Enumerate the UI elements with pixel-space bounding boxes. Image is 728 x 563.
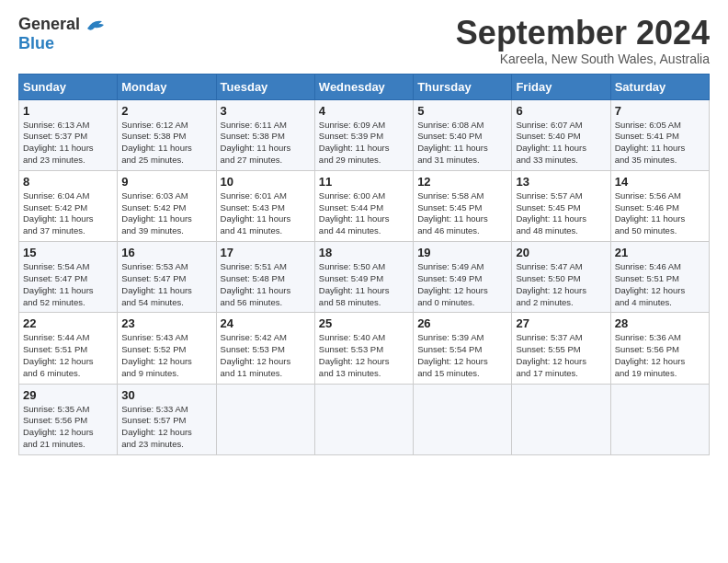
day-number: 19 <box>417 246 507 259</box>
day-info: Sunrise: 6:13 AMSunset: 5:37 PMDaylight:… <box>23 120 113 167</box>
day-number: 20 <box>516 246 606 259</box>
day-number: 28 <box>615 316 705 330</box>
day-number: 24 <box>221 316 311 330</box>
calendar-cell: 9Sunrise: 6:03 AMSunset: 5:42 PMDaylight… <box>118 170 216 241</box>
day-info: Sunrise: 5:50 AMSunset: 5:49 PMDaylight:… <box>319 261 409 308</box>
day-number: 4 <box>319 104 409 118</box>
day-number: 30 <box>121 388 211 402</box>
logo-blue-text: Blue <box>18 34 54 53</box>
calendar-cell <box>216 384 314 454</box>
header-day-thursday: Thursday <box>414 74 512 99</box>
calendar-cell: 10Sunrise: 6:01 AMSunset: 5:43 PMDayligh… <box>216 170 314 241</box>
day-number: 18 <box>319 246 409 259</box>
calendar-week-row: 1Sunrise: 6:13 AMSunset: 5:37 PMDaylight… <box>19 99 710 170</box>
calendar-cell: 6Sunrise: 6:07 AMSunset: 5:40 PMDaylight… <box>512 99 610 170</box>
calendar-cell: 2Sunrise: 6:12 AMSunset: 5:38 PMDaylight… <box>118 99 216 170</box>
day-info: Sunrise: 6:03 AMSunset: 5:42 PMDaylight:… <box>121 190 211 237</box>
day-number: 23 <box>121 316 211 330</box>
calendar-cell: 26Sunrise: 5:39 AMSunset: 5:54 PMDayligh… <box>414 313 512 384</box>
calendar-cell: 17Sunrise: 5:51 AMSunset: 5:48 PMDayligh… <box>216 242 314 313</box>
day-number: 9 <box>121 175 211 189</box>
logo-bird-icon <box>84 16 109 34</box>
calendar-cell: 14Sunrise: 5:56 AMSunset: 5:46 PMDayligh… <box>610 170 709 241</box>
calendar-cell <box>610 384 709 454</box>
calendar-cell: 21Sunrise: 5:46 AMSunset: 5:51 PMDayligh… <box>610 242 709 313</box>
calendar-cell: 19Sunrise: 5:49 AMSunset: 5:49 PMDayligh… <box>414 242 512 313</box>
calendar-cell: 7Sunrise: 6:05 AMSunset: 5:41 PMDaylight… <box>610 99 709 170</box>
day-info: Sunrise: 5:54 AMSunset: 5:47 PMDaylight:… <box>23 261 113 308</box>
calendar-week-row: 8Sunrise: 6:04 AMSunset: 5:42 PMDaylight… <box>19 170 710 241</box>
header: General Blue September 2024 Kareela, New… <box>18 15 710 66</box>
calendar-cell <box>414 384 512 454</box>
day-info: Sunrise: 5:43 AMSunset: 5:52 PMDaylight:… <box>121 332 211 379</box>
calendar-week-row: 22Sunrise: 5:44 AMSunset: 5:51 PMDayligh… <box>19 313 710 384</box>
day-number: 12 <box>417 175 507 189</box>
logo: General Blue <box>18 15 109 53</box>
day-number: 8 <box>23 175 113 189</box>
calendar-header-row: SundayMondayTuesdayWednesdayThursdayFrid… <box>19 74 710 99</box>
day-info: Sunrise: 6:12 AMSunset: 5:38 PMDaylight:… <box>121 120 211 167</box>
day-number: 11 <box>319 175 409 189</box>
calendar-subtitle: Kareela, New South Wales, Australia <box>456 52 710 66</box>
day-number: 2 <box>121 104 211 118</box>
calendar-cell: 13Sunrise: 5:57 AMSunset: 5:45 PMDayligh… <box>512 170 610 241</box>
header-day-wednesday: Wednesday <box>314 74 413 99</box>
day-info: Sunrise: 6:09 AMSunset: 5:39 PMDaylight:… <box>319 120 409 167</box>
day-info: Sunrise: 6:04 AMSunset: 5:42 PMDaylight:… <box>23 190 113 237</box>
day-number: 16 <box>121 246 211 259</box>
day-number: 1 <box>23 104 113 118</box>
day-number: 6 <box>516 104 606 118</box>
calendar-cell: 27Sunrise: 5:37 AMSunset: 5:55 PMDayligh… <box>512 313 610 384</box>
calendar-table: SundayMondayTuesdayWednesdayThursdayFrid… <box>18 74 710 455</box>
day-info: Sunrise: 5:39 AMSunset: 5:54 PMDaylight:… <box>417 332 507 379</box>
calendar-title: September 2024 <box>456 15 710 52</box>
day-info: Sunrise: 6:00 AMSunset: 5:44 PMDaylight:… <box>319 190 409 237</box>
header-day-monday: Monday <box>118 74 216 99</box>
calendar-cell: 5Sunrise: 6:08 AMSunset: 5:40 PMDaylight… <box>414 99 512 170</box>
day-info: Sunrise: 5:46 AMSunset: 5:51 PMDaylight:… <box>615 261 705 308</box>
calendar-cell: 16Sunrise: 5:53 AMSunset: 5:47 PMDayligh… <box>118 242 216 313</box>
day-number: 13 <box>516 175 606 189</box>
header-day-tuesday: Tuesday <box>216 74 314 99</box>
calendar-week-row: 15Sunrise: 5:54 AMSunset: 5:47 PMDayligh… <box>19 242 710 313</box>
day-info: Sunrise: 5:44 AMSunset: 5:51 PMDaylight:… <box>23 332 113 379</box>
calendar-cell: 18Sunrise: 5:50 AMSunset: 5:49 PMDayligh… <box>314 242 413 313</box>
day-number: 22 <box>23 316 113 330</box>
day-info: Sunrise: 5:56 AMSunset: 5:46 PMDaylight:… <box>615 190 705 237</box>
day-info: Sunrise: 5:47 AMSunset: 5:50 PMDaylight:… <box>516 261 606 308</box>
day-number: 17 <box>221 246 311 259</box>
day-number: 25 <box>319 316 409 330</box>
day-info: Sunrise: 6:01 AMSunset: 5:43 PMDaylight:… <box>221 190 311 237</box>
day-number: 5 <box>417 104 507 118</box>
day-info: Sunrise: 5:53 AMSunset: 5:47 PMDaylight:… <box>121 261 211 308</box>
day-number: 29 <box>23 388 113 402</box>
day-info: Sunrise: 5:37 AMSunset: 5:55 PMDaylight:… <box>516 332 606 379</box>
day-number: 3 <box>221 104 311 118</box>
day-info: Sunrise: 6:08 AMSunset: 5:40 PMDaylight:… <box>417 120 507 167</box>
day-number: 7 <box>615 104 705 118</box>
calendar-cell: 3Sunrise: 6:11 AMSunset: 5:38 PMDaylight… <box>216 99 314 170</box>
calendar-cell: 1Sunrise: 6:13 AMSunset: 5:37 PMDaylight… <box>19 99 118 170</box>
calendar-cell: 25Sunrise: 5:40 AMSunset: 5:53 PMDayligh… <box>314 313 413 384</box>
day-number: 10 <box>221 175 311 189</box>
day-info: Sunrise: 5:57 AMSunset: 5:45 PMDaylight:… <box>516 190 606 237</box>
day-number: 15 <box>23 246 113 259</box>
day-number: 21 <box>615 246 705 259</box>
logo-general-text: General <box>18 15 80 34</box>
day-info: Sunrise: 6:11 AMSunset: 5:38 PMDaylight:… <box>221 120 311 167</box>
calendar-cell: 24Sunrise: 5:42 AMSunset: 5:53 PMDayligh… <box>216 313 314 384</box>
calendar-cell: 23Sunrise: 5:43 AMSunset: 5:52 PMDayligh… <box>118 313 216 384</box>
calendar-cell: 22Sunrise: 5:44 AMSunset: 5:51 PMDayligh… <box>19 313 118 384</box>
day-number: 14 <box>615 175 705 189</box>
calendar-cell: 12Sunrise: 5:58 AMSunset: 5:45 PMDayligh… <box>414 170 512 241</box>
calendar-cell: 28Sunrise: 5:36 AMSunset: 5:56 PMDayligh… <box>610 313 709 384</box>
day-info: Sunrise: 5:35 AMSunset: 5:56 PMDaylight:… <box>23 404 113 451</box>
day-number: 26 <box>417 316 507 330</box>
calendar-cell: 29Sunrise: 5:35 AMSunset: 5:56 PMDayligh… <box>19 384 118 454</box>
day-info: Sunrise: 5:51 AMSunset: 5:48 PMDaylight:… <box>221 261 311 308</box>
calendar-cell <box>314 384 413 454</box>
day-info: Sunrise: 6:05 AMSunset: 5:41 PMDaylight:… <box>615 120 705 167</box>
calendar-cell: 4Sunrise: 6:09 AMSunset: 5:39 PMDaylight… <box>314 99 413 170</box>
calendar-cell: 11Sunrise: 6:00 AMSunset: 5:44 PMDayligh… <box>314 170 413 241</box>
day-info: Sunrise: 6:07 AMSunset: 5:40 PMDaylight:… <box>516 120 606 167</box>
